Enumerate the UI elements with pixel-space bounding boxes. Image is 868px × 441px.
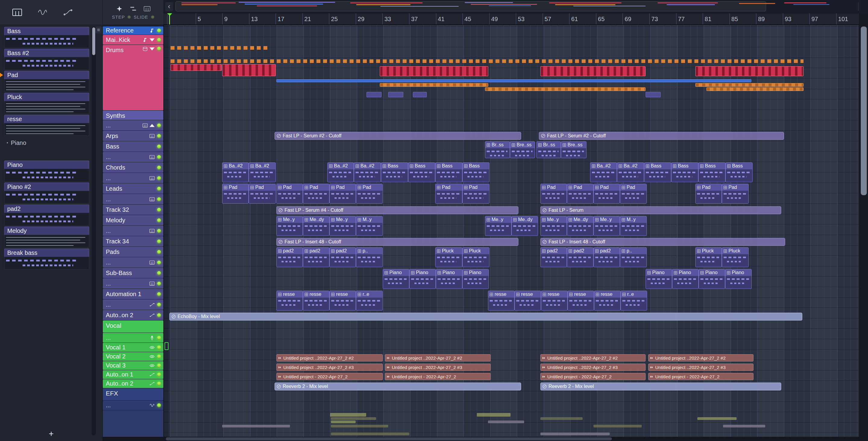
pat-clip[interactable]: resse xyxy=(515,291,541,311)
track-row-reference[interactable]: Reference xyxy=(103,27,163,35)
track-mute-led[interactable] xyxy=(157,176,161,180)
vertical-scrollbar-thumb[interactable] xyxy=(861,27,867,195)
pat-clip[interactable]: resse xyxy=(276,291,303,311)
pat-clip[interactable]: Me..dy xyxy=(512,216,538,236)
vocal-clip[interactable]: Untitled project ..2022-Apr-27_2 #2 xyxy=(648,354,753,361)
pattern-item-pad2[interactable]: pad2 xyxy=(4,204,89,226)
pattern-item-resse[interactable]: resse xyxy=(4,115,89,136)
pat-clip[interactable]: pad2 xyxy=(303,247,330,267)
pat-clip[interactable]: Piano xyxy=(646,269,672,289)
track-row-row[interactable]: ... xyxy=(103,300,163,310)
track-mute-led[interactable] xyxy=(157,134,161,138)
pat-clip[interactable]: Pluck xyxy=(462,247,490,267)
vocal-clip[interactable]: Untitled project - 2022-Apr-27_2 xyxy=(276,373,383,380)
mini-clip[interactable] xyxy=(646,92,661,97)
track-row-melody[interactable]: Melody xyxy=(103,215,163,225)
arrangement-overview[interactable]: ‹ › xyxy=(163,0,868,13)
ghost-clip[interactable] xyxy=(477,413,510,417)
pat-clip[interactable]: Piano xyxy=(699,269,725,289)
pat-clip[interactable]: Pad xyxy=(356,184,383,203)
keys-tool-button[interactable] xyxy=(10,6,24,19)
pat-clip[interactable]: Pad xyxy=(540,184,567,203)
kick-clip[interactable] xyxy=(695,66,804,76)
track-row-automation-1[interactable]: Automation 1 xyxy=(103,289,163,299)
ghost-clip[interactable] xyxy=(540,433,610,435)
ghost-clip[interactable] xyxy=(540,417,583,420)
track-row-track-34[interactable]: Track 34 xyxy=(103,236,163,246)
track-row-vocal-1[interactable]: Vocal 1 xyxy=(103,343,163,352)
pat-clip[interactable]: Bass xyxy=(408,162,435,182)
vocal-clip[interactable]: Untitled project ..2022-Apr-27_2 #3 xyxy=(648,364,753,371)
track-row-mai-kick[interactable]: Mai..Kick xyxy=(103,35,163,44)
track-mute-led[interactable] xyxy=(157,187,161,191)
auto-clip[interactable]: Fast LP - Serum #4 - Cutoff xyxy=(276,206,518,214)
pat-clip[interactable]: Piano xyxy=(409,269,436,289)
track-mute-led[interactable] xyxy=(157,364,161,368)
vocal-clip[interactable]: Untitled project - 2022-Apr-27_2 xyxy=(385,373,491,380)
track-mute-led[interactable] xyxy=(157,29,161,33)
blue-clip[interactable] xyxy=(276,79,751,82)
pat-clip[interactable]: Pluck xyxy=(695,247,722,267)
pat-clip[interactable]: Pad xyxy=(722,184,749,203)
auto-clip[interactable]: Fast LP - Insert 48 - Cutoff xyxy=(276,238,518,246)
auto-clip[interactable]: EchoBoy - Mix level xyxy=(169,313,802,320)
pat-clip[interactable]: Pad xyxy=(249,184,276,203)
ghost-clip[interactable] xyxy=(488,420,524,423)
kick-clip[interactable] xyxy=(170,64,222,71)
track-mute-led[interactable] xyxy=(157,38,161,42)
track-group-efx[interactable]: EFX xyxy=(103,388,163,400)
auto-clip[interactable]: Fast LP - Insert 48 - Cutoff xyxy=(540,238,785,246)
pattern-item-bass-2[interactable]: Bass #2 xyxy=(4,49,89,70)
pat-clip[interactable]: Pad xyxy=(695,184,722,203)
track-mute-led[interactable] xyxy=(157,166,161,169)
track-group-synths[interactable]: Synths xyxy=(103,111,163,120)
pat-clip[interactable]: Bre..ss xyxy=(510,141,535,158)
pat-clip[interactable]: Bass xyxy=(462,162,490,182)
pat-clip[interactable]: Pad xyxy=(276,184,303,203)
step-led[interactable] xyxy=(127,15,131,19)
track-mute-led[interactable] xyxy=(157,313,161,317)
auto-clip[interactable]: Reeverb 2 - Mix level xyxy=(540,383,781,390)
pat-clip[interactable]: Ba..#2 xyxy=(249,162,276,182)
ghost-clip[interactable] xyxy=(331,433,409,435)
pat-clip[interactable]: r..e xyxy=(621,291,647,311)
pat-clip[interactable]: Me..y xyxy=(540,216,567,236)
track-row-row[interactable]: ... xyxy=(103,194,163,204)
pat-clip[interactable]: Br..ss xyxy=(485,141,510,158)
pat-clip[interactable]: Piano xyxy=(672,269,699,289)
pat-clip[interactable]: resse xyxy=(303,291,330,311)
pat-clip[interactable]: Bass xyxy=(671,162,698,182)
track-row-vocal-3[interactable]: Vocal 3 xyxy=(103,361,163,370)
track-mute-led[interactable] xyxy=(157,303,161,307)
pat-clip[interactable]: Bass xyxy=(435,162,462,182)
pat-clip[interactable]: Bass xyxy=(698,162,725,182)
pat-clip[interactable]: resse xyxy=(330,291,356,311)
pat-clip[interactable]: Bass xyxy=(644,162,671,182)
ghost-clip[interactable] xyxy=(723,425,765,428)
playhead-line[interactable] xyxy=(169,13,170,24)
ghost-clip[interactable] xyxy=(331,425,388,428)
pat-clip[interactable]: resse xyxy=(567,291,594,311)
scroll-left-button[interactable]: ‹ xyxy=(165,2,173,11)
pat-clip[interactable]: p.. xyxy=(356,247,383,267)
oclip-clip[interactable] xyxy=(380,83,488,87)
track-mute-led[interactable] xyxy=(157,282,161,286)
auto-clip[interactable]: Fast LP - Serum #2 - Cutoff xyxy=(539,132,784,140)
pattern-scrollbar[interactable] xyxy=(92,27,96,435)
track-row-row[interactable]: ... xyxy=(103,152,163,162)
pat-clip[interactable]: Me..y xyxy=(485,216,512,236)
pat-clip[interactable]: Me..y xyxy=(330,216,356,236)
pat-clip[interactable]: Ba..#2 xyxy=(617,162,644,182)
vertical-scrollbar[interactable] xyxy=(859,13,868,441)
pat-clip[interactable]: pad2 xyxy=(567,247,593,267)
ghost-clip[interactable] xyxy=(331,417,376,420)
pat-clip[interactable]: Pad xyxy=(330,184,356,203)
pat-clip[interactable]: Bass xyxy=(381,162,408,182)
pattern-panel-menu-button[interactable]: ≡ xyxy=(96,27,101,33)
auto-clip[interactable]: Fast LP - Serum #2 - Cutoff xyxy=(275,132,521,140)
track-row-auto-on-1[interactable]: Auto..on 1 xyxy=(103,370,163,379)
wave-tool-button[interactable] xyxy=(36,6,50,19)
ghost-clip[interactable] xyxy=(698,417,737,420)
horizontal-scrollbar[interactable] xyxy=(102,437,859,441)
track-row-row[interactable]: ... xyxy=(103,401,163,410)
